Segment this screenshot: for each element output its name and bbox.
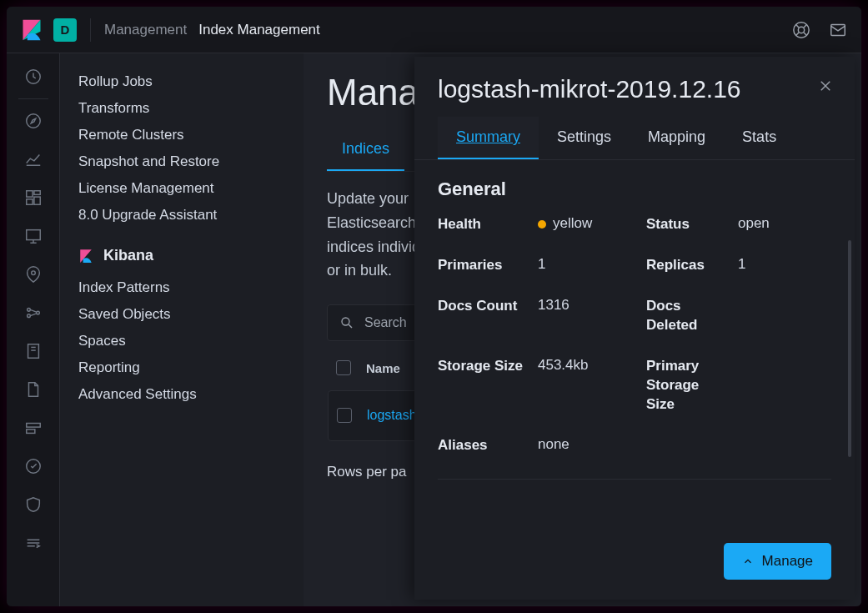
search-icon xyxy=(339,315,354,330)
topbar: D Management Index Management xyxy=(7,7,861,53)
flyout-title: logstash-mikrot-2019.12.16 xyxy=(438,75,831,103)
tab-indices[interactable]: Indices xyxy=(327,128,404,171)
svg-rect-13 xyxy=(26,191,32,197)
tab-mapping[interactable]: Mapping xyxy=(630,117,724,159)
sidebar-item-snapshot-restore[interactable]: Snapshot and Restore xyxy=(78,148,304,175)
value-docs-count: 1316 xyxy=(538,297,638,314)
svg-line-4 xyxy=(796,24,800,28)
sidebar-section-kibana: Kibana xyxy=(78,229,304,274)
canvas-icon[interactable] xyxy=(23,226,43,246)
tab-settings[interactable]: Settings xyxy=(539,117,630,159)
svg-line-25 xyxy=(30,314,36,316)
close-button[interactable] xyxy=(818,78,833,97)
manage-button-label: Manage xyxy=(762,553,813,570)
sidebar-item-reporting[interactable]: Reporting xyxy=(78,354,304,381)
space-badge[interactable]: D xyxy=(53,18,77,42)
select-all-checkbox[interactable] xyxy=(336,360,351,375)
manage-button[interactable]: Manage xyxy=(724,543,831,580)
infra-icon[interactable] xyxy=(23,341,43,361)
label-docs-deleted: Docs Deleted xyxy=(646,297,730,335)
section-general-title: General xyxy=(438,178,831,200)
sidebar-item-rollup-jobs[interactable]: Rollup Jobs xyxy=(78,68,304,95)
ml-icon[interactable] xyxy=(23,303,43,323)
help-icon[interactable] xyxy=(791,20,811,40)
svg-point-10 xyxy=(26,114,40,128)
sidebar-item-remote-clusters[interactable]: Remote Clusters xyxy=(78,122,304,148)
collapse-icon[interactable] xyxy=(23,533,43,553)
label-replicas: Replicas xyxy=(646,256,730,275)
svg-rect-14 xyxy=(33,191,39,195)
svg-rect-8 xyxy=(831,24,845,35)
svg-point-2 xyxy=(794,22,809,37)
value-aliases: none xyxy=(538,436,638,453)
breadcrumb: Management Index Management xyxy=(104,22,320,38)
sidebar-item-saved-objects[interactable]: Saved Objects xyxy=(78,301,304,328)
svg-point-22 xyxy=(27,314,30,318)
kibana-logo-icon[interactable] xyxy=(20,18,43,42)
logs-icon[interactable] xyxy=(23,379,43,399)
tab-summary[interactable]: Summary xyxy=(438,117,539,159)
value-status: open xyxy=(738,215,818,232)
sidebar-item-transforms[interactable]: Transforms xyxy=(78,95,304,122)
discover-icon[interactable] xyxy=(23,111,43,131)
value-replicas: 1 xyxy=(738,256,818,273)
value-storage-size: 453.4kb xyxy=(538,357,638,374)
mail-icon[interactable] xyxy=(828,20,848,40)
value-health: yellow xyxy=(538,215,638,232)
value-primaries: 1 xyxy=(538,256,638,273)
svg-point-23 xyxy=(36,311,39,314)
sidebar-item-index-patterns[interactable]: Index Patterns xyxy=(78,274,304,301)
label-primaries: Primaries xyxy=(438,256,529,275)
kibana-mini-icon xyxy=(78,249,93,264)
label-docs-count: Docs Count xyxy=(438,297,529,316)
uptime-icon[interactable] xyxy=(23,456,43,476)
label-status: Status xyxy=(646,215,730,234)
label-primary-storage-size: Primary Storage Size xyxy=(646,357,730,415)
column-name[interactable]: Name xyxy=(366,361,400,375)
svg-line-5 xyxy=(804,24,807,28)
nav-rail xyxy=(7,53,60,606)
row-checkbox[interactable] xyxy=(337,408,352,423)
svg-point-20 xyxy=(31,271,35,275)
svg-marker-11 xyxy=(31,118,36,123)
svg-line-24 xyxy=(30,309,36,312)
scrollbar[interactable] xyxy=(848,240,851,457)
index-detail-flyout: logstash-mikrot-2019.12.16 Summary Setti… xyxy=(414,57,855,600)
recent-icon[interactable] xyxy=(23,67,43,87)
svg-rect-29 xyxy=(26,424,40,428)
divider xyxy=(438,479,831,480)
sidebar-section-label: Kibana xyxy=(103,247,153,264)
chevron-up-icon xyxy=(742,555,754,567)
dashboard-icon[interactable] xyxy=(23,188,43,208)
sidebar-item-advanced-settings[interactable]: Advanced Settings xyxy=(78,381,304,408)
maps-icon[interactable] xyxy=(23,264,43,284)
tab-stats[interactable]: Stats xyxy=(724,117,795,159)
sidebar: Rollup Jobs Transforms Remote Clusters S… xyxy=(60,53,304,606)
svg-point-36 xyxy=(342,318,349,325)
search-placeholder: Search xyxy=(364,315,407,330)
divider xyxy=(90,18,91,42)
sidebar-item-license-management[interactable]: License Management xyxy=(78,175,304,202)
svg-rect-17 xyxy=(26,230,40,240)
svg-line-37 xyxy=(349,324,352,328)
svg-rect-16 xyxy=(26,199,32,204)
breadcrumb-parent[interactable]: Management xyxy=(104,22,187,38)
flyout-tabs: Summary Settings Mapping Stats xyxy=(414,117,855,160)
svg-rect-30 xyxy=(26,430,34,434)
visualize-icon[interactable] xyxy=(23,149,43,169)
apm-icon[interactable] xyxy=(23,418,43,438)
health-dot-icon xyxy=(538,220,546,229)
label-storage-size: Storage Size xyxy=(438,357,529,376)
svg-point-21 xyxy=(27,309,30,312)
divider xyxy=(18,98,48,99)
sidebar-item-upgrade-assistant[interactable]: 8.0 Upgrade Assistant xyxy=(78,202,304,229)
sidebar-item-spaces[interactable]: Spaces xyxy=(78,328,304,354)
svg-line-6 xyxy=(796,32,800,35)
svg-rect-26 xyxy=(28,344,38,359)
svg-rect-15 xyxy=(33,197,39,204)
siem-icon[interactable] xyxy=(23,495,43,515)
svg-point-3 xyxy=(798,27,804,33)
breadcrumb-current: Index Management xyxy=(198,22,320,38)
svg-line-7 xyxy=(804,32,807,35)
label-health: Health xyxy=(438,215,529,234)
